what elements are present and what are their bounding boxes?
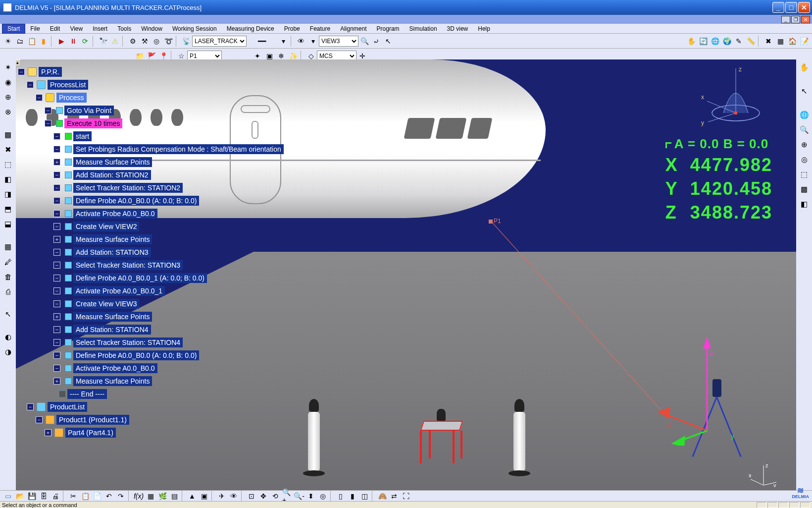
line-weight-icon[interactable]: ━━: [247, 36, 277, 47]
sb-tool-18-icon[interactable]: ◑: [2, 346, 14, 358]
chevron-down-icon[interactable]: ▾: [278, 36, 289, 47]
tracker-combo[interactable]: LASER_TRACK: [192, 36, 247, 47]
bt-grid-icon[interactable]: ▤: [169, 491, 180, 502]
sb-tool-14-icon[interactable]: 🗑: [2, 271, 14, 282]
tree-item[interactable]: Add Station: STATION2: [73, 170, 151, 180]
tree-item[interactable]: Activate Probe A0.0_B0.0: [73, 363, 157, 373]
sb-tool-5-icon[interactable]: ▩: [2, 129, 14, 141]
bt-formula-icon[interactable]: f(x): [133, 491, 144, 502]
cube-view-icon[interactable]: ▦: [775, 36, 786, 47]
menu-tools[interactable]: Tools: [112, 24, 136, 33]
menu-feature[interactable]: Feature: [305, 24, 335, 33]
status-pane-2[interactable]: [767, 502, 777, 508]
menu-window[interactable]: Window: [136, 24, 167, 33]
window-maximize-button[interactable]: □: [785, 2, 797, 13]
sb-tool-12-icon[interactable]: ▦: [2, 241, 14, 253]
spiral-icon[interactable]: ➰: [163, 36, 174, 47]
view-type-icon[interactable]: ▾: [307, 36, 318, 47]
tree-item[interactable]: Set Probings Radius Compensation Mode : …: [73, 144, 284, 154]
cursor-icon[interactable]: ↖: [383, 36, 394, 47]
rsb-tool-7-icon[interactable]: ▩: [798, 183, 810, 195]
tree-item[interactable]: Activate Probe A0.0_B0.0_1: [73, 286, 165, 296]
tree-part4[interactable]: Part4 (Part4.1): [65, 428, 116, 438]
move-gizmo[interactable]: z x y: [658, 332, 757, 446]
bt-copy-icon[interactable]: 📋: [80, 491, 91, 502]
bt-rotate-icon[interactable]: ⟲: [270, 491, 281, 502]
view-combo[interactable]: VIEW3: [319, 36, 358, 47]
bt-zoomin-icon[interactable]: 🔍+: [282, 491, 293, 502]
sb-tool-10-icon[interactable]: ⬒: [2, 203, 14, 215]
sb-tool-3-icon[interactable]: ⊕: [2, 91, 14, 103]
sb-tool-4-icon[interactable]: ⊗: [2, 106, 14, 118]
window-minimize-button[interactable]: _: [772, 2, 784, 13]
note-icon[interactable]: 📝: [799, 36, 810, 47]
bt-iso-icon[interactable]: ▲: [187, 491, 198, 502]
zoom-reset-icon[interactable]: ⤾: [371, 36, 382, 47]
menu-simulation[interactable]: Simulation: [405, 24, 442, 33]
bt-hide-icon[interactable]: 🙈: [377, 491, 388, 502]
warning-icon[interactable]: ⚠: [109, 36, 120, 47]
tree-productlist[interactable]: ProductList: [48, 402, 87, 412]
bt-lookat-icon[interactable]: ◎: [317, 491, 328, 502]
menu-insert[interactable]: Insert: [88, 24, 112, 33]
bt-full-icon[interactable]: ⛶: [401, 491, 411, 502]
tree-item[interactable]: Activate Probe A0.0_B0.0: [73, 209, 157, 219]
rsb-tool-6-icon[interactable]: ⬚: [798, 169, 810, 180]
pause-button-icon[interactable]: ⏸: [68, 36, 79, 47]
show-axis-icon[interactable]: ✖: [763, 36, 774, 47]
tree-item-execute[interactable]: Execute 10 times: [64, 118, 122, 128]
rsb-tool-5-icon[interactable]: ◎: [798, 154, 810, 166]
mdi-minimize-button[interactable]: _: [781, 16, 790, 23]
sb-tool-13-icon[interactable]: 🖉: [2, 256, 14, 268]
menu-alignment[interactable]: Alignment: [335, 24, 371, 33]
mdi-restore-button[interactable]: ❐: [791, 16, 800, 23]
menu-file[interactable]: File: [25, 24, 45, 33]
menu-probe[interactable]: Probe: [279, 24, 305, 33]
bt-view2-icon[interactable]: ▮: [347, 491, 358, 502]
sb-tool-2-icon[interactable]: ◉: [2, 76, 14, 88]
tool-highlight-icon[interactable]: ▮: [38, 36, 49, 47]
bt-examine-icon[interactable]: 👁: [228, 491, 239, 502]
edit-globe-icon[interactable]: ✎: [733, 36, 744, 47]
sb-tool-15-icon[interactable]: ⎙: [2, 285, 14, 297]
tree-root[interactable]: P.P.R.: [39, 67, 62, 77]
bt-normal-icon[interactable]: ⬍: [305, 491, 316, 502]
tree-item[interactable]: Measure Surface Points: [73, 234, 152, 244]
globe-icon[interactable]: 🌐: [710, 36, 720, 47]
sb-tool-16-icon[interactable]: ↖: [2, 308, 14, 320]
tree-item[interactable]: Define Probe A0.0_B0.0 (A: 0.0; B: 0.0): [73, 196, 199, 206]
menu-working-session[interactable]: Working Session: [167, 24, 222, 33]
bt-cut-icon[interactable]: ✂: [68, 491, 79, 502]
bt-table-icon[interactable]: ▦: [145, 491, 156, 502]
bt-new-icon[interactable]: ▭: [2, 491, 13, 502]
sb-tool-1-icon[interactable]: ✶: [2, 61, 14, 73]
tree-item[interactable]: Measure Surface Points: [73, 157, 152, 167]
tool-hierarchy-icon[interactable]: 🗂: [14, 36, 25, 47]
tree-item[interactable]: Measure Surface Points: [73, 312, 152, 322]
window-close-button[interactable]: ✕: [798, 2, 810, 13]
mdi-close-button[interactable]: ✕: [801, 16, 810, 23]
status-pane-4[interactable]: [789, 502, 799, 508]
rsb-tool-4-icon[interactable]: ⊕: [798, 139, 810, 151]
tree-item[interactable]: Create View VIEW2: [73, 222, 139, 231]
tree-item[interactable]: Define Probe A0.0_B0.0 (A: 0.0; B: 0.0): [73, 350, 199, 360]
bt-zoomout-icon[interactable]: 🔍-: [294, 491, 304, 502]
tree-item-end[interactable]: ---- End ----: [67, 389, 107, 399]
sb-tool-8-icon[interactable]: ◧: [2, 173, 14, 185]
bt-paste-icon[interactable]: 📄: [92, 491, 102, 502]
sb-tool-11-icon[interactable]: ⬓: [2, 218, 14, 230]
rsb-tool-1-icon[interactable]: ✋: [798, 61, 810, 73]
menu-measuring-device[interactable]: Measuring Device: [222, 24, 279, 33]
tree-item[interactable]: Goto Via Point: [64, 106, 114, 115]
tool-copy-icon[interactable]: 📋: [26, 36, 37, 47]
tracker-type-icon[interactable]: 📡: [181, 36, 192, 47]
status-pane-5[interactable]: [800, 502, 810, 508]
tree-item[interactable]: Select Tracker Station: STATION4: [73, 338, 183, 347]
binoculars-icon[interactable]: 🔭: [98, 36, 108, 47]
tree-item[interactable]: Add Station: STATION3: [73, 247, 151, 257]
rsb-zoom-icon[interactable]: 🔍: [798, 124, 810, 136]
viewport-3d[interactable]: P1 z x y: [16, 59, 796, 490]
bt-fly-icon[interactable]: ✈: [216, 491, 227, 502]
zoom-fit-icon[interactable]: 🔍: [359, 36, 370, 47]
hand-icon[interactable]: ✋: [686, 36, 697, 47]
